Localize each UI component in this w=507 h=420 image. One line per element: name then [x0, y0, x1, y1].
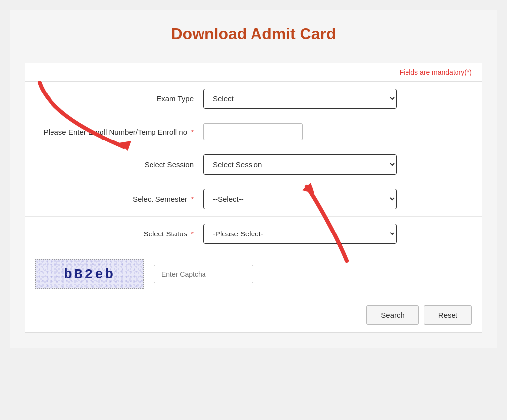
- exam-type-label: Exam Type: [35, 94, 203, 103]
- exam-type-select[interactable]: Select: [203, 89, 397, 109]
- semester-label: Select Semester *: [35, 195, 203, 203]
- session-row: Select Session Select Session: [25, 147, 482, 182]
- enroll-input[interactable]: [203, 123, 303, 140]
- exam-type-field: Select: [203, 89, 472, 109]
- button-row: Search Reset: [25, 297, 482, 332]
- enroll-field: [203, 123, 472, 140]
- page-title: Download Admit Card: [10, 10, 497, 63]
- form-container: Fields are mandatory(*) Exam Type Select…: [25, 63, 482, 333]
- status-select[interactable]: -Please Select-: [203, 224, 397, 244]
- session-select[interactable]: Select Session: [203, 154, 397, 175]
- captcha-row: bB2eb: [25, 251, 482, 297]
- semester-field: --Select--: [203, 189, 472, 209]
- semester-row: Select Semester * --Select--: [25, 182, 482, 217]
- enroll-label: Please Enter Enroll Number/Temp Enroll n…: [35, 128, 203, 136]
- session-field: Select Session: [203, 154, 472, 175]
- captcha-image: bB2eb: [35, 259, 144, 289]
- semester-select[interactable]: --Select--: [203, 189, 397, 209]
- enroll-row: Please Enter Enroll Number/Temp Enroll n…: [25, 116, 482, 147]
- form-section: Fields are mandatory(*) Exam Type Select…: [10, 63, 497, 333]
- captcha-input[interactable]: [154, 265, 253, 283]
- status-row: Select Status * -Please Select-: [25, 217, 482, 251]
- reset-button[interactable]: Reset: [424, 305, 472, 325]
- session-label: Select Session: [35, 160, 203, 169]
- search-button[interactable]: Search: [366, 305, 419, 325]
- page-container: Download Admit Card Fields are mandatory…: [10, 10, 497, 348]
- exam-type-row: Exam Type Select: [25, 82, 482, 116]
- status-label: Select Status *: [35, 230, 203, 238]
- mandatory-note: Fields are mandatory(*): [25, 63, 482, 82]
- status-field: -Please Select-: [203, 224, 472, 244]
